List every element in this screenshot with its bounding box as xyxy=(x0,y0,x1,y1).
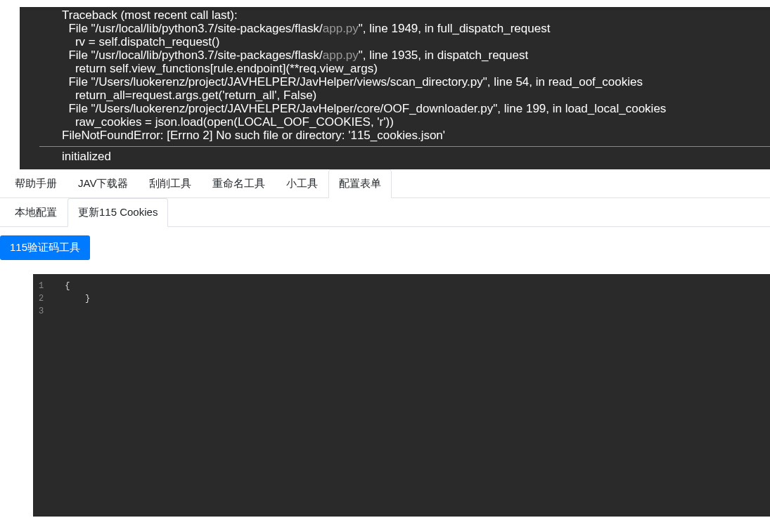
traceback-code-line: rv = self.dispatch_request() xyxy=(62,35,747,48)
traceback-file-dim: app.py xyxy=(323,48,359,62)
main-tab-5[interactable]: 配置表单 xyxy=(328,169,392,198)
sub-tab-0[interactable]: 本地配置 xyxy=(4,198,68,227)
gutter-line-number: 1 xyxy=(39,280,44,292)
traceback-file-line: File "/Users/luokerenz/project/JAVHELPER… xyxy=(62,75,747,89)
verification-tool-button[interactable]: 115验证码工具 xyxy=(0,235,90,260)
editor-content[interactable]: { } xyxy=(51,274,770,517)
traceback-header: Traceback (most recent call last): xyxy=(62,8,747,22)
log-message: initialized xyxy=(39,147,770,169)
traceback-code-line: return_all=request.args.get('return_all'… xyxy=(62,89,747,102)
main-tab-4[interactable]: 小工具 xyxy=(276,169,328,198)
traceback-code-line: raw_cookies = json.load(open(LOCAL_OOF_C… xyxy=(62,115,747,129)
traceback-file-line: File "/usr/local/lib/python3.7/site-pack… xyxy=(62,22,747,35)
traceback-file-line: File "/Users/luokerenz/project/JAVHELPER… xyxy=(62,102,747,115)
code-line[interactable]: } xyxy=(65,292,770,305)
main-tab-3[interactable]: 重命名工具 xyxy=(202,169,276,198)
gutter-line-number: 2 xyxy=(39,292,44,305)
traceback-block: Traceback (most recent call last): File … xyxy=(39,7,770,143)
button-bar: 115验证码工具 xyxy=(0,227,770,260)
main-tab-0[interactable]: 帮助手册 xyxy=(4,169,68,198)
traceback-file-dim: app.py xyxy=(323,22,359,35)
gutter-line-number: 3 xyxy=(39,305,44,318)
traceback-error: FileNotFoundError: [Errno 2] No such fil… xyxy=(62,129,747,142)
main-tab-bar: 帮助手册JAV下载器刮削工具重命名工具小工具配置表单 xyxy=(0,169,770,198)
code-line[interactable]: { xyxy=(65,280,770,292)
traceback-code-line: return self.view_functions[rule.endpoint… xyxy=(62,62,747,75)
sub-tab-bar: 本地配置更新115 Cookies xyxy=(0,198,770,227)
editor-gutter: 123 xyxy=(33,274,51,517)
sub-tab-1[interactable]: 更新115 Cookies xyxy=(68,198,168,227)
console-area: Traceback (most recent call last): File … xyxy=(20,7,770,169)
main-tab-2[interactable]: 刮削工具 xyxy=(139,169,202,198)
main-tab-1[interactable]: JAV下载器 xyxy=(68,169,139,198)
code-editor[interactable]: 123 { } xyxy=(33,274,770,517)
traceback-file-line: File "/usr/local/lib/python3.7/site-pack… xyxy=(62,48,747,62)
